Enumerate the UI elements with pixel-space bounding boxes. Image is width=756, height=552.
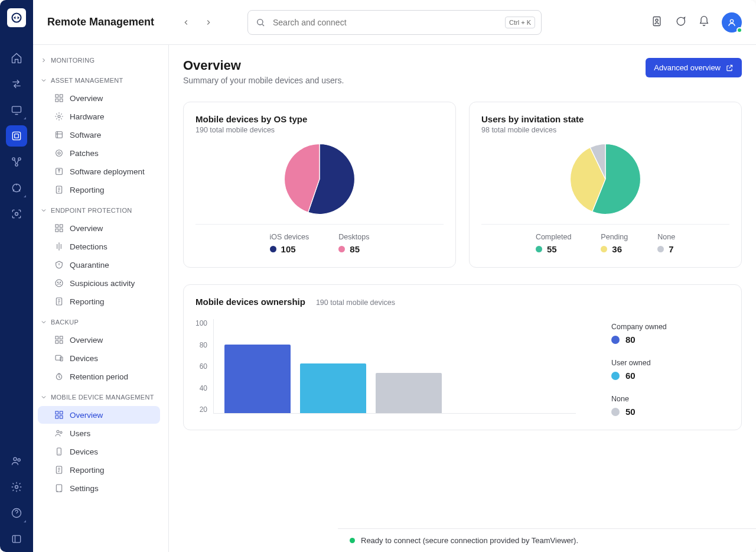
svg-point-32 — [56, 280, 63, 287]
sidebar-item-label: Suspicious activity — [70, 279, 135, 288]
svg-point-16 — [656, 19, 658, 21]
svg-rect-2 — [12, 132, 20, 139]
rail-collapse[interactable] — [6, 528, 27, 550]
rail-management[interactable] — [6, 125, 27, 147]
nav-forward[interactable] — [200, 14, 217, 31]
legend-dot-icon — [611, 372, 620, 380]
sidebar-item-reporting[interactable]: Reporting — [38, 461, 160, 479]
rail-users[interactable] — [6, 450, 27, 472]
svg-point-5 — [18, 158, 21, 160]
legend-item: Pending36 — [601, 233, 628, 254]
svg-rect-51 — [56, 485, 61, 492]
rail-transfer[interactable] — [6, 73, 27, 95]
search-field[interactable]: Ctrl + K — [247, 10, 542, 35]
report-icon — [54, 185, 64, 194]
sidebar-item-reporting[interactable]: Reporting — [38, 181, 160, 199]
bar-legend-item: Company owned80 — [611, 323, 729, 345]
card-invitation: Users by invitation state 98 total mobil… — [469, 102, 742, 268]
sidebar-item-devices[interactable]: Devices — [38, 443, 160, 460]
svg-point-0 — [12, 14, 21, 22]
avatar[interactable] — [722, 12, 742, 33]
advanced-overview-button[interactable]: Advanced overview — [646, 58, 742, 77]
search-input[interactable] — [273, 18, 505, 27]
rail-scan[interactable] — [6, 203, 27, 225]
sidebar-group-monitoring[interactable]: MONITORING — [33, 52, 165, 69]
sidebar-item-label: Software deployment — [70, 167, 145, 176]
sidebar-item-reporting[interactable]: Reporting — [38, 293, 160, 310]
sidebar-item-label: Software — [70, 131, 101, 139]
sidebar-item-overview[interactable]: Overview — [38, 219, 160, 237]
sidebar-item-software-deployment[interactable]: Software deployment — [38, 163, 160, 180]
sidebar-item-overview[interactable]: Overview — [38, 406, 160, 424]
sidebar-item-label: Devices — [70, 354, 98, 363]
sidebar-item-label: Quarantine — [70, 261, 109, 269]
svg-point-8 — [15, 213, 18, 216]
card-inv-title: Users by invitation state — [481, 114, 729, 124]
sidebar-item-overview[interactable]: Overview — [38, 331, 160, 349]
sidebar-group-mobile-device-management[interactable]: MOBILE DEVICE MANAGEMENT — [33, 389, 165, 405]
sidebar-item-settings[interactable]: Settings — [38, 479, 160, 497]
sidebar-item-devices[interactable]: Devices — [38, 349, 160, 367]
legend-dot-icon — [601, 246, 607, 252]
sidebar-item-label: Settings — [70, 484, 99, 493]
suspicious-icon — [54, 278, 64, 288]
content: Overview Summary of your mobile devices … — [169, 45, 756, 552]
svg-rect-31 — [60, 229, 63, 232]
dashboard-icon — [54, 93, 64, 103]
bell-icon[interactable] — [698, 15, 710, 30]
deploy-icon — [54, 167, 64, 176]
sidebar-item-patches[interactable]: Patches — [38, 144, 160, 162]
sidebar-item-hardware[interactable]: Hardware — [38, 108, 160, 125]
svg-rect-37 — [60, 336, 63, 339]
bar-legend-item: User owned60 — [611, 359, 729, 381]
rail-help[interactable] — [6, 502, 27, 524]
sidebar-item-software[interactable]: Software — [38, 126, 160, 144]
external-icon — [725, 64, 734, 72]
svg-rect-28 — [56, 225, 58, 228]
sidebar-group-endpoint-protection[interactable]: ENDPOINT PROTECTION — [33, 202, 165, 219]
sidebar-group-asset-management[interactable]: ASSET MANAGEMENT — [33, 72, 165, 89]
chevron-icon — [40, 207, 47, 214]
contacts-icon[interactable] — [651, 15, 663, 30]
chat-icon[interactable] — [674, 15, 686, 30]
legend-item: Desktops85 — [338, 233, 369, 254]
sidebar-item-label: Overview — [70, 336, 103, 345]
chevron-icon — [40, 394, 47, 401]
svg-rect-19 — [60, 95, 63, 98]
app-logo[interactable] — [7, 8, 26, 27]
presence-dot — [737, 27, 742, 33]
dashboard-icon — [54, 335, 64, 345]
devices-icon — [54, 353, 64, 363]
legend-item: Completed55 — [536, 233, 571, 254]
status-text: Ready to connect (secure connection prov… — [361, 536, 578, 545]
svg-rect-3 — [15, 134, 19, 138]
sidebar-group-backup[interactable]: BACKUP — [33, 314, 165, 330]
svg-point-48 — [60, 431, 62, 433]
rail-settings[interactable] — [6, 476, 27, 498]
settings-icon — [54, 483, 64, 493]
sidebar-item-suspicious-activity[interactable]: Suspicious activity — [38, 274, 160, 292]
rail-workflow[interactable] — [6, 151, 27, 173]
svg-point-25 — [56, 150, 63, 157]
sidebar-item-quarantine[interactable]: Quarantine — [38, 256, 160, 274]
quarantine-icon — [54, 260, 64, 269]
nav-back[interactable] — [178, 14, 194, 31]
sidebar-item-users[interactable]: Users — [38, 424, 160, 442]
legend-dot-icon — [611, 336, 620, 344]
sidebar-item-overview[interactable]: Overview — [38, 89, 160, 107]
search-icon — [248, 18, 273, 27]
legend-dot-icon — [338, 246, 345, 252]
svg-point-34 — [60, 282, 60, 283]
sidebar-item-retention-period[interactable]: Retention period — [38, 368, 160, 385]
svg-rect-21 — [60, 99, 63, 102]
rail-home[interactable] — [6, 47, 27, 69]
sidebar-item-label: Reporting — [70, 466, 105, 475]
sidebar-item-detections[interactable]: Detections — [38, 238, 160, 255]
sidebar-item-label: Users — [70, 429, 90, 438]
bar-yaxis: 10080604020 — [195, 319, 213, 414]
svg-rect-18 — [56, 95, 58, 98]
rail-support[interactable] — [6, 177, 27, 199]
status-dot-icon — [350, 538, 355, 543]
pie-os-chart — [283, 142, 356, 216]
rail-remote-icon[interactable] — [6, 99, 27, 121]
